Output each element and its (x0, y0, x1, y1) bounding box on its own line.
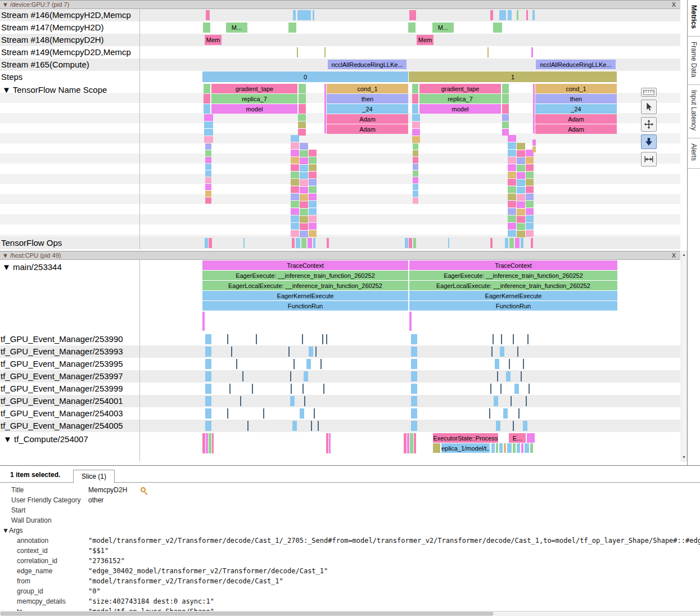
trace-slice[interactable] (306, 359, 311, 369)
trace-slice[interactable] (502, 114, 509, 121)
trace-slice[interactable] (412, 94, 418, 104)
trace-slice[interactable] (313, 238, 315, 248)
trace-slice[interactable] (205, 164, 211, 170)
trace-slice[interactable] (525, 443, 529, 453)
trace-slice[interactable] (517, 10, 518, 20)
trace-slice[interactable] (205, 157, 211, 163)
trace-slice[interactable] (206, 10, 210, 20)
trace-slice[interactable] (502, 104, 509, 114)
trace-slice[interactable] (202, 312, 205, 331)
trace-slice[interactable] (412, 114, 420, 121)
trace-slice[interactable] (499, 10, 506, 20)
trace-slice[interactable] (411, 371, 417, 381)
trace-slice[interactable] (503, 408, 508, 419)
trace-slice[interactable] (291, 230, 299, 237)
trace-slice[interactable] (526, 396, 527, 406)
trace-slice[interactable] (315, 347, 317, 357)
trace-slice[interactable] (506, 371, 511, 381)
trace-slice[interactable] (204, 129, 213, 136)
slice-model[interactable]: model (419, 104, 501, 114)
trace-slice[interactable] (205, 150, 211, 156)
slice-adam[interactable]: Adam (535, 124, 617, 134)
trace-slice[interactable] (489, 408, 490, 419)
trace-slice[interactable] (517, 223, 525, 230)
slice-adam[interactable]: Adam (327, 124, 408, 134)
trace-slice[interactable] (493, 23, 502, 33)
trace-slice[interactable] (409, 312, 412, 331)
trace-slice[interactable] (517, 194, 525, 201)
trace-slice[interactable] (202, 433, 205, 453)
trace-slice[interactable] (500, 347, 504, 357)
trace-slice[interactable] (309, 179, 317, 186)
trace-slice[interactable] (513, 421, 514, 431)
trace-slice[interactable] (291, 186, 299, 193)
trace-slice[interactable] (298, 122, 306, 128)
trace-slice[interactable] (302, 334, 303, 344)
trace-slice[interactable] (411, 347, 417, 357)
slice-functionrun[interactable]: FunctionRun (409, 301, 617, 311)
trace-slice[interactable] (414, 433, 416, 453)
trace-slice[interactable] (532, 140, 536, 146)
trace-slice[interactable] (533, 84, 535, 133)
slice-1[interactable]: 1 (409, 71, 617, 82)
trace-slice[interactable] (517, 187, 525, 194)
slice-e[interactable]: E... (509, 433, 526, 443)
trace-slice[interactable] (206, 433, 208, 453)
trace-slice[interactable] (300, 150, 308, 157)
trace-slice[interactable] (301, 238, 306, 248)
scroll-down-button[interactable]: ▼ (681, 455, 687, 460)
trace-slice[interactable] (491, 347, 493, 357)
trace-slice[interactable] (205, 184, 211, 190)
trace-slice[interactable] (247, 421, 249, 431)
trace-slice[interactable] (300, 216, 308, 223)
scroll-up-button[interactable]: ▲ (681, 253, 687, 257)
side-tab-metrics[interactable]: Metrics (688, 0, 700, 37)
slice-gradient-tape[interactable]: gradient_tape (419, 84, 501, 93)
trace-slice[interactable] (508, 150, 516, 156)
slice-mem[interactable]: Mem (205, 35, 222, 45)
trace-slice[interactable] (309, 230, 317, 237)
trace-slice[interactable] (209, 238, 212, 248)
trace-slice[interactable] (509, 238, 514, 248)
trace-slice[interactable] (300, 408, 304, 419)
trace-slice[interactable] (409, 238, 412, 248)
trace-slice[interactable] (413, 184, 418, 190)
slice-eagerkernelexecute[interactable]: EagerKernelExecute (409, 291, 617, 300)
trace-slice[interactable] (517, 209, 525, 215)
trace-slice[interactable] (204, 122, 213, 128)
trace-slice[interactable] (526, 194, 534, 200)
trace-slice[interactable] (521, 371, 522, 381)
horizontal-scrollbar[interactable] (0, 611, 700, 616)
trace-slice[interactable] (292, 238, 295, 248)
trace-slice[interactable] (291, 157, 299, 164)
trace-slice[interactable] (229, 384, 231, 394)
trace-slice[interactable] (490, 10, 493, 20)
trace-slice[interactable] (304, 396, 305, 406)
trace-slice[interactable] (513, 443, 516, 453)
trace-slice[interactable] (502, 84, 509, 93)
trace-slice[interactable] (320, 359, 322, 369)
trace-slice[interactable] (309, 223, 317, 230)
trace-slice[interactable] (290, 396, 295, 406)
trace-slice[interactable] (291, 194, 299, 200)
trace-slice[interactable] (500, 384, 502, 394)
trace-slice[interactable] (205, 177, 211, 183)
slice-eagerkernelexecute[interactable]: EagerKernelExecute (202, 291, 408, 300)
gpu-panel-title[interactable]: ▼ /device:GPU:7 (pid 7) (2, 1, 69, 8)
trace-slice[interactable] (404, 433, 407, 453)
trace-slice[interactable] (300, 179, 308, 186)
trace-slice[interactable] (408, 23, 416, 33)
trace-slice[interactable] (323, 384, 324, 394)
trace-slice[interactable] (412, 84, 418, 93)
trace-slice[interactable] (499, 443, 503, 453)
pan-tool-button[interactable] (641, 117, 657, 132)
trace-slice[interactable] (300, 209, 308, 215)
trace-slice[interactable] (518, 408, 520, 419)
trace-slice[interactable] (487, 47, 489, 57)
slice-then[interactable]: then (327, 94, 408, 104)
trace-slice[interactable] (448, 238, 449, 248)
trace-slice[interactable] (513, 334, 514, 344)
trace-slice[interactable] (508, 10, 512, 20)
trace-slice[interactable] (212, 433, 214, 453)
slice-model[interactable]: model (211, 104, 297, 114)
